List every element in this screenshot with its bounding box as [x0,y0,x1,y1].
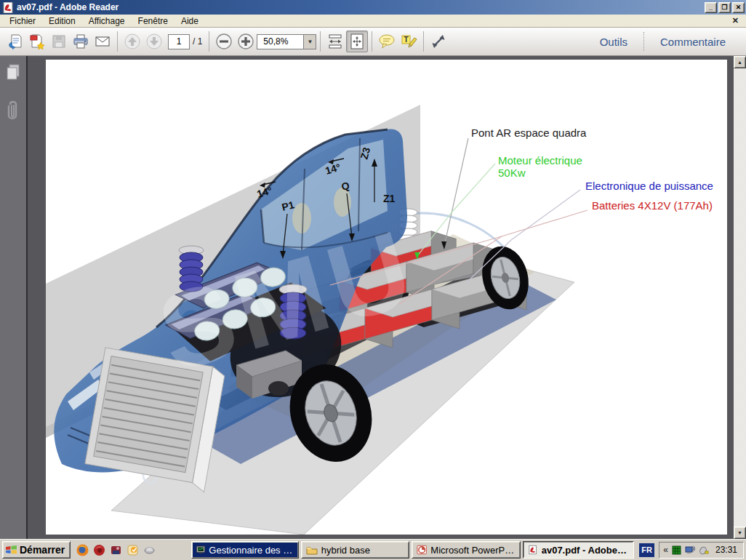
open-icon [7,33,24,50]
taskbar-clock: 23:31 [715,545,737,555]
fit-page-icon [348,33,366,50]
email-icon [94,33,111,50]
restore-button[interactable]: ❐ [718,2,731,13]
create-pdf-button[interactable] [26,31,48,52]
save-icon [50,33,68,50]
toolbar-separator [320,31,321,52]
menu-bar: Fichier Edition Affichage Fenêtre Aide ✕ [0,15,746,28]
zoom-out-button[interactable] [213,31,235,52]
zoom-level-input[interactable]: 50,8% [257,34,303,49]
mouse-tray-icon[interactable] [699,545,710,556]
folder-icon [306,545,318,555]
navigation-sidebar [0,56,28,539]
title-bar: av07.pdf - Adobe Reader _ ❐ ✕ [0,0,746,15]
task-label: av07.pdf - Adobe Re... [542,545,629,556]
hybrid-car-illustration: SMU 14° 14° P1 Q [46,60,727,535]
comment-panel-button[interactable]: Commentaire [644,32,742,51]
zoom-out-icon [214,32,233,51]
scroll-up-button[interactable]: ▲ [734,56,746,68]
previous-page-icon [123,32,142,51]
menu-aide[interactable]: Aide [175,15,205,27]
email-button[interactable] [92,31,113,52]
fit-width-icon [326,33,344,50]
page-count-label: / 1 [193,36,202,47]
task-manager-icon [196,545,205,555]
callout-moteur-line1: Moteur électrique [498,154,582,167]
pages-panel-icon[interactable] [5,63,21,81]
taskbar-task-gestionnaire[interactable]: Gestionnaire des tâche... [191,541,298,559]
next-page-icon [145,32,164,51]
tray-expand-chevron[interactable]: « [663,545,668,555]
firefox-icon[interactable] [76,543,89,556]
taskbar-task-hybrid-base[interactable]: hybrid base [301,541,409,559]
taskbar: Démarrer [0,539,746,560]
scroll-down-button[interactable]: ▼ [734,527,746,539]
next-page-button[interactable] [143,31,165,52]
pdf-page: SMU 14° 14° P1 Q [46,60,727,535]
task-label: Gestionnaire des tâche... [209,545,293,556]
highlight-text-button[interactable]: T [398,31,420,52]
callout-pont-ar: Pont AR espace quadra [471,127,586,139]
browser-swirl-icon[interactable] [92,543,105,556]
start-button-label: Démarrer [20,544,65,556]
zoom-in-button[interactable] [235,31,257,52]
page-number-input[interactable]: 1 [168,34,190,49]
toolbar: 1 / 1 50,8% ▼ [0,28,746,56]
adobe-reader-icon [528,545,537,555]
svg-text:T: T [404,36,409,44]
powerpoint-icon [417,545,427,555]
toolbar-separator [209,31,209,52]
menu-fichier[interactable]: Fichier [3,15,42,27]
language-indicator[interactable]: FR [639,543,655,557]
z1-label: Z1 [383,193,396,204]
document-canvas[interactable]: SMU 14° 14° P1 Q [28,56,734,539]
print-icon [72,33,89,50]
network-tray-icon[interactable] [671,545,682,556]
show-desktop-icon[interactable] [143,543,156,556]
print-button[interactable] [70,31,92,52]
save-button[interactable] [48,31,70,52]
task-label: hybrid base [321,545,370,556]
taskbar-task-powerpoint[interactable]: Microsoft PowerPoint [412,541,521,559]
close-button[interactable]: ✕ [732,2,745,13]
menu-edition[interactable]: Edition [42,15,82,27]
attachments-panel-icon[interactable] [6,100,20,121]
callout-electronique: Electronique de puissance [585,180,713,192]
tools-panel-button[interactable]: Outils [584,32,643,51]
system-tray: « 23:31 [659,542,744,559]
adobe-reader-icon [2,2,14,13]
callout-moteur-line2: 50Kw [498,167,582,179]
zoom-in-icon [236,32,255,51]
comment-button[interactable] [376,31,398,52]
windows-logo-icon [6,545,17,555]
fullscreen-icon [429,32,448,51]
scrollbar-track[interactable] [734,68,746,527]
document-area: SMU 14° 14° P1 Q [0,56,746,539]
scrolling-mode-button[interactable] [324,31,346,52]
vertical-scrollbar[interactable]: ▲ ▼ [734,56,746,539]
menubar-close-icon[interactable]: ✕ [728,16,743,25]
menu-fenetre[interactable]: Fenêtre [132,15,175,27]
window-title: av07.pdf - Adobe Reader [17,2,705,12]
zoom-dropdown-arrow[interactable]: ▼ [303,34,316,49]
toolbar-separator [372,31,372,52]
open-button[interactable] [4,31,26,52]
taskbar-task-av07-pdf[interactable]: av07.pdf - Adobe Re... [523,541,633,559]
toolbar-separator [117,31,118,52]
fullscreen-button[interactable] [428,31,449,52]
create-pdf-icon [28,33,46,50]
toolbar-separator [423,31,424,52]
previous-page-button[interactable] [121,31,143,52]
checkmark-app-icon[interactable] [126,543,139,556]
callout-moteur-electrique: Moteur électrique 50Kw [498,154,582,179]
minimize-button[interactable]: _ [705,2,717,13]
menu-affichage[interactable]: Affichage [82,15,132,27]
highlight-text-icon: T [399,33,418,50]
quick-launch-bar [73,543,159,556]
fit-page-button[interactable] [346,31,368,52]
comment-bubble-icon [377,33,396,50]
media-app-icon[interactable] [109,543,122,556]
display-tray-icon[interactable] [685,545,696,556]
callout-batteries: Batteries 4X12V (177Ah) [592,199,713,212]
start-button[interactable]: Démarrer [2,541,71,559]
